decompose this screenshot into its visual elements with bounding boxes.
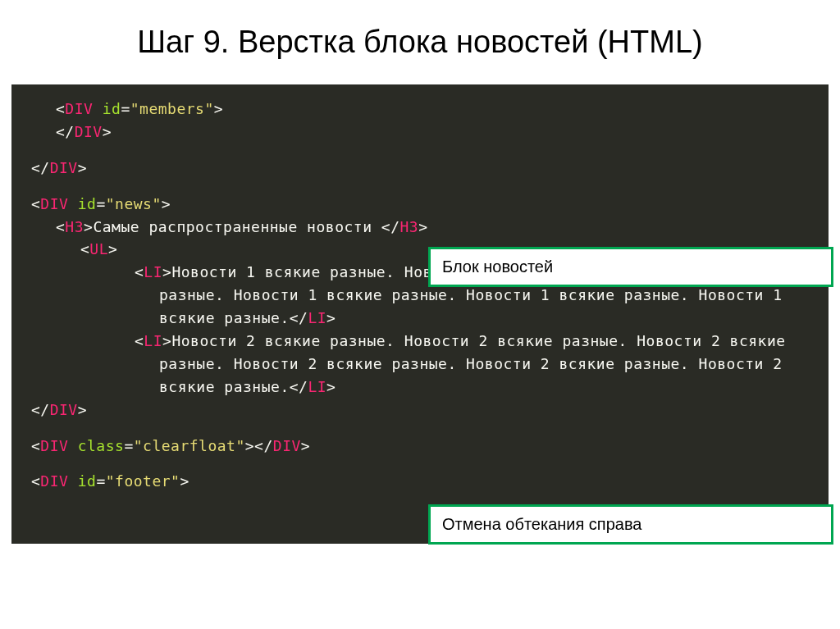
- code-line: <div class="clearfloat"></div>: [31, 435, 809, 458]
- code-line: <div id="members">: [31, 98, 809, 121]
- annotation-clearfloat: Отмена обтекания справа: [428, 504, 833, 545]
- code-line: </div>: [31, 121, 809, 144]
- annotation-news-block: Блок новостей: [428, 247, 833, 287]
- code-block: <div id="members"> </div> </div> <div id…: [11, 84, 829, 544]
- code-line: </div>: [31, 157, 809, 180]
- slide-title: Шаг 9. Верстка блока новостей (HTML): [0, 0, 840, 76]
- code-line: <li>Новости 2 всякие разные. Новости 2 в…: [31, 330, 809, 399]
- code-line: <div id="news">: [31, 193, 809, 216]
- code-line: <h3>Самые распространенные новости </h3>: [31, 216, 809, 239]
- code-line: <div id="footer">: [31, 470, 809, 493]
- code-line: </div>: [31, 399, 809, 422]
